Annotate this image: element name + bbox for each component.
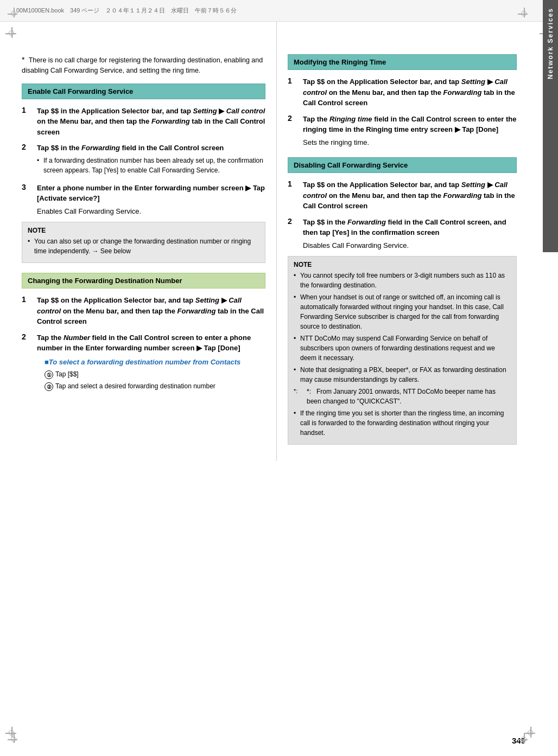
- changing-step-1: 1 Tap $$ on the Application Selector bar…: [22, 295, 265, 327]
- enable-step-1: 1 Tap $$ in the Application Selector bar…: [22, 106, 265, 138]
- step-3-text: Enter a phone number in the Enter forwar…: [37, 184, 265, 203]
- modifying-step-1: 1 Tap $$ on the Application Selector bar…: [288, 76, 517, 108]
- modifying-step-num-1: 1: [288, 76, 300, 86]
- step-3-content: Enter a phone number in the Enter forwar…: [37, 183, 265, 217]
- step-1-content: Tap $$ in the Application Selector bar, …: [37, 106, 265, 138]
- top-bar: 00M1000EN.book 349 ページ ２０４年１１月２４日 水曜日 午前…: [0, 0, 558, 22]
- step-3-result: Enables Call Forwarding Service.: [37, 206, 265, 217]
- disable-note-5: If the ringing time you set is shorter t…: [294, 408, 511, 438]
- crosshair-top-left: [8, 8, 21, 21]
- contacts-step-2-text: Tap and select a desired forwarding dest…: [55, 381, 215, 391]
- step-2-sub-note: If a forwarding destination number has b…: [37, 156, 265, 175]
- side-label-text: Network Services: [547, 8, 554, 79]
- circle-2: ②: [45, 382, 53, 391]
- disabling-step-1-text: Tap $$ on the Application Selector bar, …: [303, 181, 515, 210]
- disabling-section-title: Disabling Call Forwarding Service: [294, 161, 408, 169]
- circle-1: ①: [45, 370, 53, 379]
- disabling-note-list: You cannot specify toll free numbers or …: [294, 271, 511, 438]
- step-2-text: Tap $$ in the Forwarding field in the Ca…: [37, 144, 224, 152]
- right-column: Modifying the Ringing Time 1 Tap $$ on t…: [277, 22, 558, 461]
- disabling-step-2-text: Tap $$ in the Forwarding field in the Ca…: [303, 218, 506, 237]
- enable-section-header: Enable Call Forwarding Service: [22, 84, 265, 99]
- disabling-section-header: Disabling Call Forwarding Service: [288, 157, 517, 173]
- intro-note: * There is no call charge for registerin…: [22, 54, 265, 76]
- enable-note-list: You can also set up or change the forwar…: [28, 236, 259, 256]
- disabling-step-2: 2 Tap $$ in the Forwarding field in the …: [288, 217, 517, 251]
- modifying-step-1-content: Tap $$ on the Application Selector bar, …: [303, 76, 517, 108]
- enable-step-2: 2 Tap $$ in the Forwarding field in the …: [22, 143, 265, 177]
- crosshair-bottom-right: [518, 733, 531, 746]
- book-info: 00M1000EN.book 349 ページ ２０４年１１月２４日 水曜日 午前…: [16, 7, 237, 15]
- contacts-sub-section: ■To select a forwarding destination numb…: [45, 357, 265, 392]
- changing-step-2-text: Tap the Number field in the Call Control…: [37, 334, 251, 353]
- step-1-text: Tap $$ in the Application Selector bar, …: [37, 107, 265, 136]
- disabling-note-header: NOTE: [294, 261, 511, 268]
- changing-step-num-1: 1: [22, 295, 34, 304]
- disable-note-asterisk: *: From January 2001 onwards, NTT DoCoMo…: [294, 387, 511, 406]
- left-column: * There is no call charge for registerin…: [0, 22, 277, 461]
- step-2-bullet: If a forwarding destination number has b…: [37, 156, 265, 175]
- content-area: * There is no call charge for registerin…: [0, 22, 558, 461]
- changing-section-header: Changing the Forwarding Destination Numb…: [22, 273, 265, 289]
- disable-note-1: You cannot specify toll free numbers or …: [294, 271, 511, 290]
- changing-step-2: 2 Tap the Number field in the Call Contr…: [22, 332, 265, 394]
- changing-section-title: Changing the Forwarding Destination Numb…: [28, 277, 182, 285]
- disabling-step-2-content: Tap $$ in the Forwarding field in the Ca…: [303, 217, 517, 251]
- modifying-section-title: Modifying the Ringing Time: [294, 58, 386, 66]
- contacts-step-1: ① Tap [$$]: [45, 369, 265, 379]
- contacts-step-1-text: Tap [$$]: [55, 369, 79, 379]
- step-num-3: 3: [22, 183, 34, 192]
- disable-note-2: When your handset is out of range or swi…: [294, 292, 511, 331]
- modifying-step-2-content: Tap the Ringing time field in the Call C…: [303, 114, 517, 148]
- crosshair-top-right: [518, 8, 531, 21]
- modifying-step-2-result: Sets the ringing time.: [303, 137, 517, 148]
- step-num-1: 1: [22, 106, 34, 115]
- enable-note-header: NOTE: [28, 227, 259, 234]
- disabling-step-1: 1 Tap $$ on the Application Selector bar…: [288, 180, 517, 212]
- modifying-step-2-text: Tap the Ringing time field in the Call C…: [303, 115, 516, 134]
- intro-note-text: There is no call charge for registering …: [22, 56, 263, 74]
- disable-note-4: Note that designating a PBX, beeper*, or…: [294, 365, 511, 385]
- step-2-content: Tap $$ in the Forwarding field in the Ca…: [37, 143, 265, 177]
- changing-step-1-content: Tap $$ on the Application Selector bar, …: [37, 295, 265, 327]
- contacts-label: ■To select a forwarding destination numb…: [45, 357, 265, 368]
- disabling-step-1-content: Tap $$ on the Application Selector bar, …: [303, 180, 517, 212]
- changing-step-num-2: 2: [22, 332, 34, 342]
- right-side-tab: Network Services: [543, 0, 558, 252]
- enable-step-3: 3 Enter a phone number in the Enter forw…: [22, 183, 265, 217]
- disabling-step-num-2: 2: [288, 217, 300, 226]
- enable-section-title: Enable Call Forwarding Service: [28, 87, 133, 95]
- contacts-step-2: ② Tap and select a desired forwarding de…: [45, 381, 265, 391]
- modifying-step-num-2: 2: [288, 114, 300, 123]
- enable-note-item: You can also set up or change the forwar…: [28, 236, 259, 256]
- step-num-2: 2: [22, 143, 34, 152]
- modifying-section-header: Modifying the Ringing Time: [288, 54, 517, 70]
- disabling-step-2-result: Disables Call Forwarding Service.: [303, 240, 517, 251]
- disable-note-3: NTT DoCoMo may suspend Call Forwarding S…: [294, 334, 511, 363]
- asterisk-symbol: *: [22, 55, 24, 64]
- modifying-step-1-text: Tap $$ on the Application Selector bar, …: [303, 78, 515, 107]
- right-col-inner: Modifying the Ringing Time 1 Tap $$ on t…: [288, 54, 536, 445]
- page-wrapper: 00M1000EN.book 349 ページ ２０４年１１月２４日 水曜日 午前…: [0, 0, 558, 756]
- crosshair-bottom-left: [8, 733, 21, 746]
- enable-note-box: NOTE You can also set up or change the f…: [22, 222, 265, 263]
- changing-step-2-content: Tap the Number field in the Call Control…: [37, 332, 265, 394]
- modifying-step-2: 2 Tap the Ringing time field in the Call…: [288, 114, 517, 148]
- disabling-note-box: NOTE You cannot specify toll free number…: [288, 256, 517, 445]
- disabling-step-num-1: 1: [288, 180, 300, 189]
- changing-step-1-text: Tap $$ on the Application Selector bar, …: [37, 296, 264, 325]
